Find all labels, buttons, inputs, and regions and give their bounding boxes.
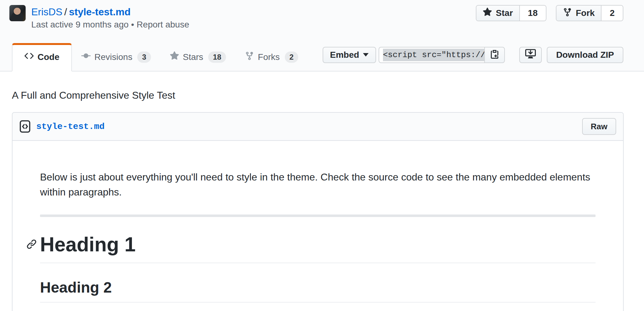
tab-code-label: Code xyxy=(38,52,59,62)
raw-button[interactable]: Raw xyxy=(582,118,616,135)
file-name-link[interactable]: style-test.md xyxy=(36,122,104,131)
gist-meta: Last active 9 months ago•Report abuse xyxy=(31,20,189,29)
pagehead: ErisDS/style-test.md Last active 9 month… xyxy=(0,0,644,29)
markdown-body: Below is just about everything you'll ne… xyxy=(13,141,623,311)
star-count[interactable]: 18 xyxy=(520,6,546,21)
meta-bullet: • xyxy=(128,20,137,29)
star-icon xyxy=(483,7,492,19)
heading-2-text: Heading 2 xyxy=(40,279,112,296)
fork-count[interactable]: 2 xyxy=(601,6,623,21)
tab-forks-label: Forks xyxy=(258,52,280,62)
star-button[interactable]: Star xyxy=(476,6,520,21)
file-header: style-test.md Raw xyxy=(13,113,623,141)
copy-to-clipboard-button[interactable] xyxy=(484,47,505,63)
anchor-link-icon[interactable] xyxy=(26,239,37,249)
raw-button-label: Raw xyxy=(591,122,607,131)
stars-counter: 18 xyxy=(208,52,226,63)
fork-icon xyxy=(563,7,572,19)
download-zip-label: Download ZIP xyxy=(556,50,614,60)
download-zip-button[interactable]: Download ZIP xyxy=(547,47,623,63)
star-button-group: Star 18 xyxy=(476,5,546,21)
heading-1: Heading 1 xyxy=(40,232,596,263)
embed-controls: Embed <script src="https://gist. xyxy=(323,47,623,63)
desktop-download-button[interactable] xyxy=(519,47,542,63)
star-icon xyxy=(170,51,179,63)
forks-counter: 2 xyxy=(285,52,298,63)
embed-dropdown-label: Embed xyxy=(330,50,359,60)
embed-input-group: <script src="https://gist. xyxy=(379,47,505,63)
gist-header: ErisDS/style-test.md Last active 9 month… xyxy=(0,0,644,72)
main-content: A Full and Comprehensive Style Test styl… xyxy=(0,72,644,311)
report-abuse-link[interactable]: Report abuse xyxy=(137,20,189,29)
intro-paragraph: Below is just about everything you'll ne… xyxy=(40,170,596,200)
tab-bar: Code Revisions 3 Stars 18 Forks 2 Embed xyxy=(0,29,644,72)
fork-button[interactable]: Fork xyxy=(556,6,602,21)
owner-link[interactable]: ErisDS xyxy=(31,6,63,17)
heading-1-text: Heading 1 xyxy=(40,233,136,256)
embed-url-input[interactable]: <script src="https://gist. xyxy=(379,47,484,63)
horizontal-rule xyxy=(40,215,596,217)
fork-button-group: Fork 2 xyxy=(556,5,623,21)
title-separator: / xyxy=(63,6,69,17)
code-icon xyxy=(24,51,34,63)
social-actions: Star 18 Fork 2 xyxy=(476,5,623,21)
tab-code[interactable]: Code xyxy=(12,43,72,72)
tab-forks[interactable]: Forks 2 xyxy=(235,44,308,71)
heading-2: Heading 2 xyxy=(40,278,596,303)
embed-url-value: <script src="https://gist. xyxy=(383,49,484,61)
chevron-down-icon xyxy=(363,53,369,57)
desktop-download-icon xyxy=(525,48,536,61)
gist-name-link[interactable]: style-test.md xyxy=(69,6,130,17)
fork-button-label: Fork xyxy=(576,8,595,18)
title-block: ErisDS/style-test.md Last active 9 month… xyxy=(31,5,189,29)
clipboard-copy-icon xyxy=(490,49,500,61)
last-active-text: Last active 9 months ago xyxy=(31,20,128,29)
revisions-counter: 3 xyxy=(137,52,151,63)
tab-stars[interactable]: Stars 18 xyxy=(160,44,235,71)
commit-icon xyxy=(81,51,91,63)
tab-revisions-label: Revisions xyxy=(94,52,132,62)
star-button-label: Star xyxy=(496,8,513,18)
file-box: style-test.md Raw Below is just about ev… xyxy=(12,112,624,311)
gist-description: A Full and Comprehensive Style Test xyxy=(12,72,624,101)
page-title: ErisDS/style-test.md xyxy=(31,5,189,19)
avatar[interactable] xyxy=(9,5,26,21)
embed-dropdown-button[interactable]: Embed xyxy=(323,47,376,63)
tab-revisions[interactable]: Revisions 3 xyxy=(72,44,160,71)
file-code-icon xyxy=(19,120,31,133)
fork-icon xyxy=(245,51,254,63)
tab-stars-label: Stars xyxy=(183,52,203,62)
